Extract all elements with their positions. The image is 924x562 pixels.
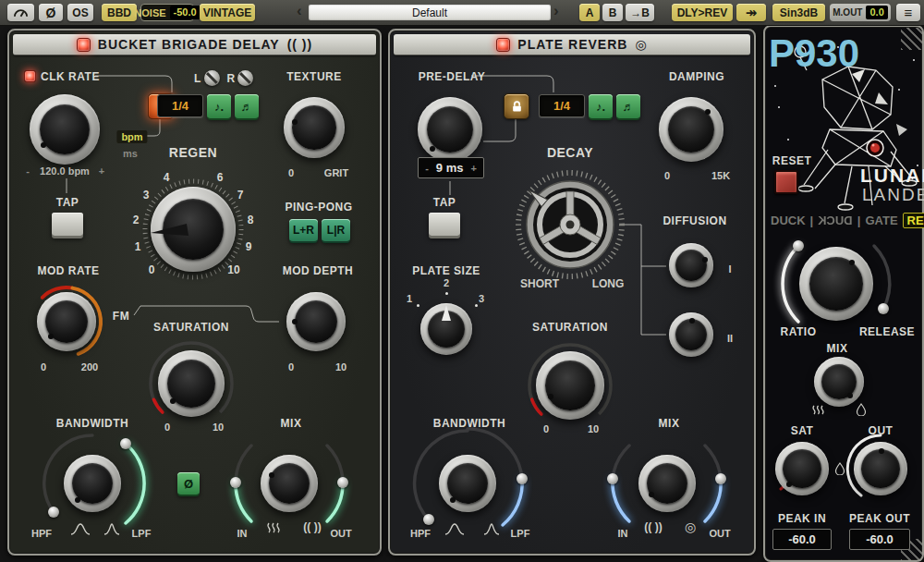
oversampling-button[interactable]: OS — [67, 4, 93, 21]
regen-tick-10: 10 — [227, 263, 239, 276]
delay-lpf-thumb[interactable] — [120, 438, 131, 449]
mod-depth-knob[interactable] — [286, 292, 346, 351]
mod-rate-knob[interactable] — [37, 292, 96, 351]
brand-name-line2: LANDER — [862, 185, 924, 205]
reverb-saturation-knob[interactable] — [536, 351, 604, 420]
ping-pong-sum-button[interactable]: L+R — [289, 219, 318, 241]
out-knob[interactable] — [854, 442, 907, 495]
triplet-note-button[interactable]: ♬ — [235, 94, 259, 118]
mode-rev-badge[interactable]: REV — [903, 213, 924, 228]
clk-rate-value[interactable]: 120.0 bpm — [40, 165, 90, 177]
reverb-tap-button[interactable] — [429, 213, 460, 236]
clk-rate-inc[interactable]: + — [99, 165, 104, 177]
ping-pong-split-button[interactable]: L|R — [322, 219, 350, 241]
mode-gate[interactable]: GATE — [865, 214, 897, 227]
plugin-window: Ø OS BBD NOISE -50.0 VINTAGE ‹ Default ›… — [0, 0, 924, 562]
reverb-mix-in-thumb[interactable] — [607, 473, 618, 484]
reverb-power-led[interactable] — [496, 38, 510, 52]
reverb-plate-icon: ◎ — [635, 37, 647, 52]
reverb-lpf-thumb[interactable] — [517, 473, 528, 484]
ms-mode-label[interactable]: ms — [123, 148, 138, 159]
delay-power-led[interactable] — [77, 38, 91, 52]
dotted-note-button[interactable]: ♪. — [207, 94, 231, 118]
compressor-knob[interactable] — [799, 247, 873, 321]
clk-rate-dec[interactable]: - — [26, 165, 30, 177]
pre-delay-knob[interactable] — [418, 97, 482, 162]
master-out-control[interactable]: M.OUT 0.0 — [830, 4, 891, 21]
pre-delay-value[interactable]: - 9 ms + — [418, 157, 484, 178]
ratio-thumb[interactable] — [793, 240, 804, 251]
delay-mix-in-thumb[interactable] — [230, 477, 241, 488]
regen-knob[interactable] — [151, 187, 236, 272]
release-thumb[interactable] — [878, 303, 889, 314]
delay-bandwidth-knob[interactable] — [64, 455, 121, 512]
pre-delay-label: PRE-DELAY — [419, 70, 486, 83]
diffusion-1-knob[interactable] — [669, 243, 713, 287]
plate-size-1: 1 — [407, 293, 412, 304]
phase-icon: Ø — [184, 477, 193, 491]
pre-delay-inc[interactable]: + — [470, 163, 476, 174]
bpm-mode-label[interactable]: bpm — [116, 130, 147, 143]
reverb-mix-label: MIX — [659, 417, 680, 430]
menu-icon[interactable]: ≡ — [896, 4, 920, 21]
right-trim-screw[interactable] — [237, 70, 253, 86]
reverb-mix-out-thumb[interactable] — [715, 473, 726, 484]
reverb-triplet-note-button[interactable]: ♬ — [616, 94, 640, 118]
left-trim-screw[interactable] — [204, 70, 220, 86]
mode-duck-reversed[interactable]: DUCK — [818, 214, 853, 227]
delay-phase-button[interactable]: Ø — [177, 472, 200, 495]
sat-knob[interactable] — [775, 442, 829, 495]
release-label: RELEASE — [859, 325, 915, 338]
delay-hpf-thumb[interactable] — [48, 507, 59, 518]
decay-knob[interactable] — [510, 165, 630, 285]
lander-mix-knob[interactable] — [814, 357, 864, 407]
diffusion-1-label: I — [728, 263, 731, 275]
peak-out-value[interactable]: -60.0 — [849, 529, 910, 550]
triplet-note-icon: ♬ — [623, 100, 635, 114]
delay-mix-out-thumb[interactable] — [337, 477, 348, 488]
reverb-bandwidth-label: BANDWIDTH — [433, 417, 506, 430]
reverb-dotted-note-button[interactable]: ♪. — [589, 94, 613, 118]
damping-knob[interactable] — [659, 97, 723, 162]
pre-delay-lock-button[interactable] — [504, 93, 529, 119]
delay-saturation-knob[interactable] — [158, 350, 225, 417]
routing-order-button[interactable]: DLY>REV — [672, 4, 733, 21]
reset-button[interactable] — [774, 170, 798, 194]
reverb-bandwidth-knob[interactable] — [439, 455, 496, 512]
delay-mix-knob[interactable] — [261, 455, 318, 512]
pan-law-button[interactable]: Sin3dB — [772, 4, 825, 21]
phase-invert-button[interactable]: Ø — [39, 4, 63, 21]
preset-prev-icon[interactable]: ‹ — [297, 2, 302, 20]
regen-tick-0: 0 — [149, 263, 155, 276]
diffusion-2-knob[interactable] — [669, 312, 713, 357]
mout-value[interactable]: 0.0 — [866, 6, 887, 19]
corner-hatch — [901, 28, 923, 50]
lander-mix-label: MIX — [827, 342, 848, 355]
vintage-mode-button[interactable]: VINTAGE — [200, 4, 255, 21]
preset-next-icon[interactable]: › — [553, 2, 559, 20]
clk-sync-display[interactable]: 1/4 — [157, 94, 203, 117]
clk-rate-label: CLK RATE — [41, 70, 100, 83]
plate-size-selector[interactable] — [420, 303, 472, 355]
copy-to-b-button[interactable]: →B — [626, 4, 654, 21]
pre-delay-sync-display[interactable]: 1/4 — [539, 94, 585, 117]
brand-name-line1: LUNAR — [860, 165, 924, 187]
delay-hpf-label: HPF — [31, 528, 52, 539]
reverb-hpf-thumb[interactable] — [423, 514, 434, 525]
ui-scale-dial-button[interactable] — [7, 4, 34, 21]
mode-duck[interactable]: DUCK — [771, 214, 806, 227]
texture-knob[interactable] — [284, 97, 345, 158]
noise-control[interactable]: NOISE -50.0 — [140, 4, 194, 21]
bbd-mode-button[interactable]: BBD — [102, 4, 137, 21]
delay-tap-button[interactable] — [52, 213, 83, 236]
decay-min: SHORT — [520, 277, 559, 290]
preset-a-button[interactable]: A — [579, 4, 600, 21]
peak-in-value[interactable]: -60.0 — [772, 529, 832, 550]
preset-b-button[interactable]: B — [602, 4, 623, 21]
clk-rate-knob[interactable] — [30, 94, 100, 165]
preset-field[interactable]: Default — [309, 5, 551, 20]
noise-value[interactable]: -50.0 — [170, 6, 201, 19]
routing-serial-icon[interactable]: ↠ — [736, 4, 766, 21]
pre-delay-dec[interactable]: - — [425, 163, 429, 174]
reverb-mix-knob[interactable] — [638, 455, 696, 512]
